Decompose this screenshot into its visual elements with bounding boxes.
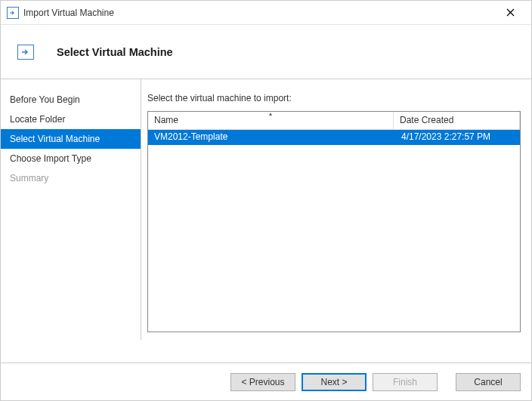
titlebar: Import Virtual Machine — [1, 1, 531, 25]
finish-button: Finish — [373, 373, 438, 391]
sidebar-item-choose-import-type[interactable]: Choose Import Type — [1, 149, 141, 168]
import-arrow-icon — [7, 7, 19, 19]
column-header-name[interactable]: Name ▴ — [148, 112, 394, 129]
previous-button[interactable]: < Previous — [230, 373, 295, 391]
column-header-date[interactable]: Date Created — [394, 112, 520, 129]
main-content: Before You Begin Locate Folder Select Vi… — [1, 79, 531, 340]
sidebar-item-select-virtual-machine[interactable]: Select Virtual Machine — [1, 129, 141, 149]
sidebar-item-summary: Summary — [1, 168, 141, 188]
close-button[interactable] — [495, 2, 525, 23]
sort-ascending-icon: ▴ — [269, 111, 272, 117]
window-title: Import Virtual Machine — [23, 8, 114, 18]
cancel-button[interactable]: Cancel — [456, 373, 521, 391]
next-button[interactable]: Next > — [302, 373, 367, 391]
import-arrow-icon — [17, 45, 34, 60]
list-row[interactable]: VM2012-Template 4/17/2023 2:27:57 PM — [148, 130, 520, 145]
sidebar-item-before-you-begin[interactable]: Before You Begin — [1, 90, 141, 110]
column-name-label: Name — [154, 115, 178, 125]
cell-vm-name: VM2012-Template — [148, 130, 395, 145]
list-header: Name ▴ Date Created — [148, 112, 520, 130]
content-pane: Select the virtual machine to import: Na… — [141, 79, 531, 340]
wizard-steps-sidebar: Before You Begin Locate Folder Select Vi… — [1, 79, 141, 340]
page-title: Select Virtual Machine — [57, 46, 173, 58]
column-date-label: Date Created — [400, 115, 453, 125]
cell-vm-date: 4/17/2023 2:27:57 PM — [395, 130, 520, 145]
sidebar-item-locate-folder[interactable]: Locate Folder — [1, 110, 141, 129]
instruction-label: Select the virtual machine to import: — [147, 93, 521, 103]
vm-list[interactable]: Name ▴ Date Created VM2012-Template 4/17… — [147, 111, 521, 332]
button-bar: < Previous Next > Finish Cancel — [1, 362, 531, 400]
wizard-header: Select Virtual Machine — [1, 25, 531, 79]
